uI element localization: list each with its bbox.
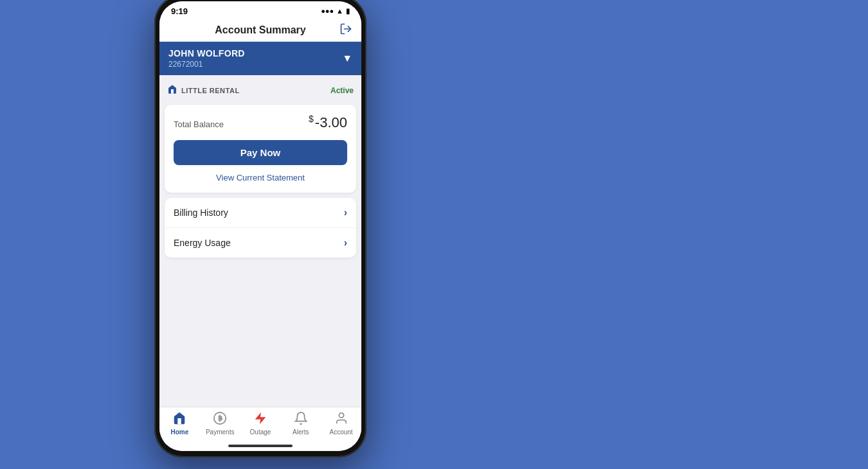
phone-screen: 9:19 ●●● ▲ ▮ Account Summary JOHN WOLFOR… — [159, 1, 361, 451]
payments-nav-label: Payments — [206, 429, 234, 436]
home-indicator — [159, 442, 361, 451]
app-header: Account Summary — [159, 19, 361, 42]
wifi-icon: ▲ — [336, 7, 343, 15]
menu-list: Billing History › Energy Usage › — [165, 198, 356, 258]
pay-now-button[interactable]: Pay Now — [174, 140, 347, 165]
service-left: LITTLE RENTAL — [167, 84, 240, 97]
account-number: 22672001 — [168, 60, 245, 69]
balance-value: -3.00 — [315, 114, 347, 130]
service-type-label: LITTLE RENTAL — [181, 87, 240, 94]
background — [0, 0, 868, 469]
view-statement-link[interactable]: View Current Statement — [174, 173, 347, 182]
nav-account[interactable]: Account — [325, 411, 357, 436]
outage-nav-label: Outage — [250, 429, 271, 436]
billing-history-label: Billing History — [174, 208, 228, 218]
signal-icon: ●●● — [321, 7, 334, 15]
home-service-icon — [167, 84, 177, 97]
logout-icon[interactable] — [339, 22, 352, 39]
balance-amount: $-3.00 — [309, 114, 347, 131]
nav-payments[interactable]: Payments — [204, 411, 236, 436]
content-area: LITTLE RENTAL Active Total Balance $-3.0… — [159, 75, 361, 407]
nav-outage[interactable]: Outage — [244, 411, 276, 436]
energy-usage-item[interactable]: Energy Usage › — [165, 228, 356, 258]
nav-home[interactable]: Home — [163, 411, 195, 436]
nav-alerts[interactable]: Alerts — [285, 411, 317, 436]
service-status-badge: Active — [330, 86, 354, 95]
service-row: LITTLE RENTAL Active — [165, 80, 356, 100]
status-time: 9:19 — [171, 6, 188, 16]
dropdown-arrow-icon: ▼ — [342, 53, 352, 64]
status-bar: 9:19 ●●● ▲ ▮ — [159, 1, 361, 19]
home-nav-icon — [172, 411, 186, 427]
billing-history-item[interactable]: Billing History › — [165, 198, 356, 228]
payments-nav-icon — [213, 411, 227, 427]
energy-usage-label: Energy Usage — [174, 238, 231, 248]
home-nav-label: Home — [170, 429, 188, 436]
alerts-nav-label: Alerts — [293, 429, 309, 436]
battery-icon: ▮ — [346, 7, 350, 15]
outage-nav-icon — [253, 411, 267, 427]
svg-point-4 — [339, 413, 343, 418]
home-indicator-bar — [228, 445, 293, 447]
currency-symbol: $ — [309, 114, 314, 124]
app-title: Account Summary — [215, 24, 305, 36]
balance-card: Total Balance $-3.00 Pay Now View Curren… — [165, 105, 356, 193]
phone-shell: 9:19 ●●● ▲ ▮ Account Summary JOHN WOLFOR… — [154, 0, 366, 457]
account-nav-label: Account — [330, 429, 353, 436]
balance-label: Total Balance — [174, 119, 224, 129]
account-selector[interactable]: JOHN WOLFORD 22672001 ▼ — [159, 42, 361, 75]
svg-marker-3 — [255, 412, 266, 424]
billing-history-chevron-icon: › — [344, 207, 347, 218]
bottom-nav: Home Payments — [159, 407, 361, 442]
account-info: JOHN WOLFORD 22672001 — [168, 48, 245, 69]
account-name: JOHN WOLFORD — [168, 48, 245, 58]
alerts-nav-icon — [294, 411, 308, 427]
account-nav-icon — [334, 411, 348, 427]
status-icons: ●●● ▲ ▮ — [321, 7, 350, 15]
balance-row: Total Balance $-3.00 — [174, 114, 347, 131]
energy-usage-chevron-icon: › — [344, 237, 347, 249]
